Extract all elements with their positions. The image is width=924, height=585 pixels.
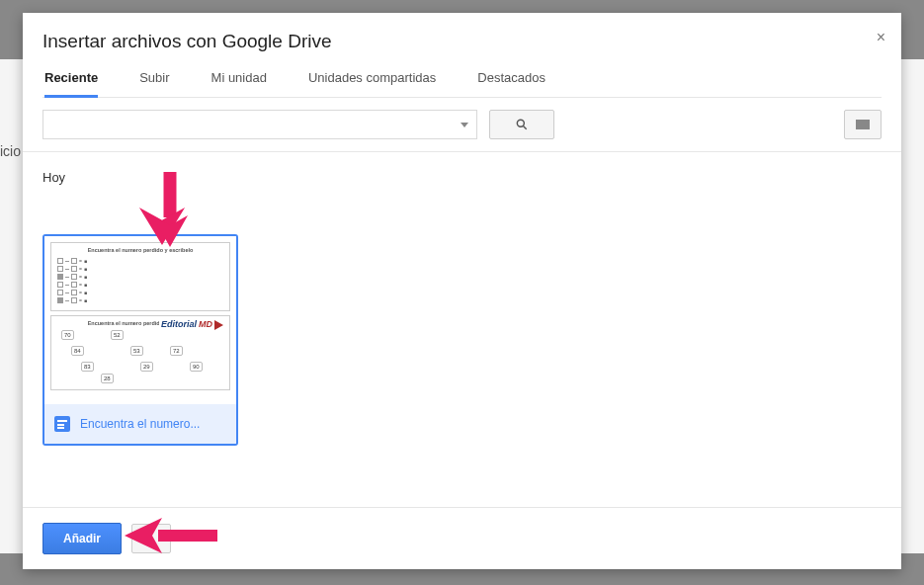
- file-list-content: Hoy Encuentra el numero perdido y escrib…: [23, 152, 901, 507]
- tab-upload[interactable]: Subir: [139, 70, 169, 97]
- tab-recent[interactable]: Reciente: [44, 70, 98, 98]
- search-input[interactable]: [42, 110, 477, 139]
- tab-my-drive[interactable]: Mi unidad: [211, 70, 267, 97]
- thumbnail-page-1: Encuentra el numero perdido y escribelo …: [50, 242, 230, 311]
- dialog-header: Insertar archivos con Google Drive × Rec…: [23, 13, 901, 98]
- drive-picker-dialog: Insertar archivos con Google Drive × Rec…: [23, 13, 901, 569]
- watermark-text: Editorial: [161, 318, 197, 331]
- file-item[interactable]: Encuentra el numero perdido y escribelo …: [42, 234, 238, 446]
- svg-line-1: [523, 125, 526, 128]
- file-caption-bar: Encuentra el numero...: [44, 404, 236, 444]
- section-today-label: Hoy: [42, 170, 882, 185]
- search-button[interactable]: [489, 110, 554, 139]
- dialog-title: Insertar archivos con Google Drive: [42, 31, 882, 52]
- svg-point-0: [517, 120, 524, 126]
- background-text-fragment: icio: [0, 143, 21, 159]
- file-thumbnail: Encuentra el numero perdido y escribelo …: [44, 236, 236, 404]
- watermark-logo: Editorial MD: [159, 317, 225, 332]
- list-view-icon: [856, 120, 870, 129]
- tab-shared-drives[interactable]: Unidades compartidas: [308, 70, 436, 97]
- tab-starred[interactable]: Destacados: [477, 70, 546, 97]
- dialog-footer: Añadir: [23, 507, 901, 569]
- search-icon: [515, 118, 529, 131]
- svg-rect-2: [856, 120, 870, 129]
- search-row: [23, 98, 901, 152]
- add-button[interactable]: Añadir: [42, 523, 122, 554]
- file-name-label: Encuentra el numero...: [80, 417, 200, 431]
- google-doc-icon: [54, 416, 70, 432]
- close-icon[interactable]: ×: [877, 29, 885, 46]
- chevron-down-icon: [461, 123, 468, 127]
- play-triangle-icon: [214, 320, 223, 330]
- thumb-heading: Encuentra el numero perdido y escribelo: [57, 247, 223, 255]
- secondary-button-fragment[interactable]: [131, 524, 171, 553]
- view-toggle-button[interactable]: [844, 110, 882, 139]
- tab-bar: Reciente Subir Mi unidad Unidades compar…: [42, 70, 882, 98]
